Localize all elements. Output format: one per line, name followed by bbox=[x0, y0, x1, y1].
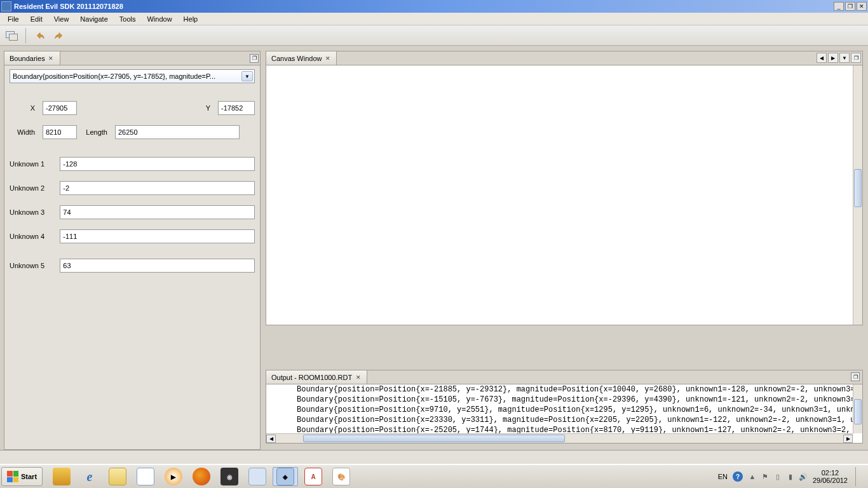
output-panel: Output - ROOM1000.RDT ✕ ❐ Boundary{posit… bbox=[266, 370, 863, 444]
menu-window[interactable]: Window bbox=[142, 14, 177, 24]
label-y: Y bbox=[185, 104, 213, 112]
canvas-area[interactable] bbox=[266, 65, 853, 325]
tab-output[interactable]: Output - ROOM1000.RDT ✕ bbox=[266, 370, 367, 384]
menu-file[interactable]: File bbox=[3, 14, 24, 24]
canvas-scrollbar-vertical[interactable] bbox=[853, 65, 862, 325]
taskbar-app-pdf[interactable]: A bbox=[301, 467, 326, 486]
label-unknown1: Unknown 1 bbox=[10, 160, 55, 168]
tab-canvas[interactable]: Canvas Window ✕ bbox=[266, 51, 337, 65]
taskbar: Start e ▶ ◉ ◈ A 🎨 EN ? ▲ ⚑ ▯ ▮ 🔊 02:12 2… bbox=[0, 464, 868, 488]
label-unknown2: Unknown 2 bbox=[10, 184, 55, 192]
boundary-selector-text: Boundary{position=Position{x=-27905, y=-… bbox=[13, 72, 238, 80]
tray-volume-icon[interactable]: 🔊 bbox=[799, 472, 808, 481]
scroll-right-button[interactable]: ▶ bbox=[843, 435, 853, 443]
tray-network-icon[interactable]: ▯ bbox=[773, 472, 782, 481]
main-area: Boundaries ✕ ❐ Boundary{position=Positio… bbox=[0, 46, 868, 450]
menu-help[interactable]: Help bbox=[179, 14, 203, 24]
titlebar: Resident Evil SDK 201112071828 _ ❐ ✕ bbox=[0, 0, 868, 13]
panel-maximize-icon[interactable]: ❐ bbox=[851, 53, 861, 63]
menu-tools[interactable]: Tools bbox=[114, 14, 141, 24]
canvas-tab-row: Canvas Window ✕ ◀ ▶ ▼ ❐ bbox=[266, 51, 862, 65]
label-unknown3: Unknown 3 bbox=[10, 208, 55, 216]
app-icon bbox=[1, 1, 11, 11]
statusbar bbox=[0, 450, 868, 464]
menu-view[interactable]: View bbox=[49, 14, 74, 24]
taskbar-app-steam[interactable]: ◉ bbox=[217, 467, 242, 486]
tray-expand-icon[interactable]: ▲ bbox=[748, 472, 757, 481]
label-unknown4: Unknown 4 bbox=[10, 233, 55, 240]
label-width: Width bbox=[10, 128, 37, 136]
tab-label: Canvas Window bbox=[271, 55, 322, 62]
menu-navigate[interactable]: Navigate bbox=[75, 14, 112, 24]
tray-flag-icon[interactable]: ⚑ bbox=[761, 472, 770, 481]
taskbar-app-explorer[interactable] bbox=[105, 467, 130, 486]
maximize-button[interactable]: ❐ bbox=[845, 2, 855, 11]
taskbar-app-ie[interactable]: e bbox=[77, 467, 102, 486]
taskbar-app-1[interactable] bbox=[49, 467, 74, 486]
output-scrollbar-vertical[interactable] bbox=[853, 384, 862, 433]
clock-date: 29/06/2012 bbox=[813, 477, 848, 484]
start-label: Start bbox=[21, 473, 37, 480]
input-unknown4[interactable] bbox=[60, 229, 255, 243]
input-x[interactable] bbox=[43, 101, 77, 115]
tab-boundaries[interactable]: Boundaries ✕ bbox=[4, 51, 60, 65]
taskbar-app-wmp[interactable]: ▶ bbox=[161, 467, 186, 486]
taskbar-app-paint[interactable]: 🎨 bbox=[329, 467, 354, 486]
menu-edit[interactable]: Edit bbox=[25, 14, 48, 24]
boundary-selector[interactable]: Boundary{position=Position{x=-27905, y=-… bbox=[10, 69, 255, 83]
clock-time: 02:12 bbox=[822, 469, 839, 477]
panel-maximize-icon[interactable]: ❐ bbox=[851, 372, 860, 381]
label-x: X bbox=[10, 104, 37, 112]
language-indicator[interactable]: EN bbox=[718, 473, 728, 480]
tab-close-icon[interactable]: ✕ bbox=[48, 55, 55, 62]
nav-prev-button[interactable]: ◀ bbox=[817, 53, 827, 63]
canvas-panel: Canvas Window ✕ ◀ ▶ ▼ ❐ bbox=[266, 51, 863, 325]
save-all-button[interactable] bbox=[4, 28, 19, 43]
input-unknown1[interactable] bbox=[60, 157, 255, 171]
boundaries-panel: Boundaries ✕ ❐ Boundary{position=Positio… bbox=[4, 51, 261, 450]
panel-tab-row: Boundaries ✕ ❐ bbox=[4, 51, 260, 65]
scroll-left-button[interactable]: ◀ bbox=[266, 435, 276, 443]
start-button[interactable]: Start bbox=[1, 467, 43, 486]
toolbar-separator bbox=[25, 28, 26, 43]
label-unknown5: Unknown 5 bbox=[10, 262, 55, 269]
undo-button[interactable] bbox=[32, 28, 48, 43]
redo-button[interactable] bbox=[51, 28, 67, 43]
output-scrollbar-horizontal[interactable]: ◀ ▶ bbox=[266, 433, 853, 443]
window-title: Resident Evil SDK 201112071828 bbox=[14, 3, 834, 10]
input-unknown2[interactable] bbox=[60, 181, 255, 195]
tray-signal-icon[interactable]: ▮ bbox=[786, 472, 795, 481]
output-tab-row: Output - ROOM1000.RDT ✕ ❐ bbox=[266, 370, 862, 384]
input-width[interactable] bbox=[43, 125, 77, 139]
minimize-button[interactable]: _ bbox=[834, 2, 844, 11]
windows-flag-icon bbox=[7, 471, 18, 482]
taskbar-app-generic1[interactable] bbox=[245, 467, 270, 486]
tab-label: Output - ROOM1000.RDT bbox=[271, 374, 352, 381]
taskbar-app-firefox[interactable] bbox=[189, 467, 214, 486]
show-desktop-button[interactable] bbox=[855, 467, 864, 486]
panel-maximize-icon[interactable]: ❐ bbox=[250, 54, 259, 63]
toolbar bbox=[0, 25, 868, 46]
clock[interactable]: 02:12 29/06/2012 bbox=[813, 469, 848, 484]
input-unknown5[interactable] bbox=[60, 259, 255, 273]
dropdown-arrow-icon[interactable]: ▼ bbox=[241, 71, 253, 81]
nav-dropdown-button[interactable]: ▼ bbox=[839, 53, 850, 63]
tab-label: Boundaries bbox=[10, 55, 45, 62]
input-length[interactable] bbox=[115, 125, 240, 139]
output-text[interactable]: Boundary{position=Position{x=-21885, y=-… bbox=[266, 384, 853, 433]
taskbar-app-notepad[interactable] bbox=[133, 467, 158, 486]
input-unknown3[interactable] bbox=[60, 205, 255, 219]
tab-close-icon[interactable]: ✕ bbox=[355, 374, 362, 381]
tab-close-icon[interactable]: ✕ bbox=[324, 55, 331, 62]
nav-next-button[interactable]: ▶ bbox=[828, 53, 838, 63]
label-length: Length bbox=[82, 128, 110, 136]
menubar: File Edit View Navigate Tools Window Hel… bbox=[0, 13, 868, 25]
help-icon[interactable]: ? bbox=[733, 471, 743, 482]
system-tray: EN ? ▲ ⚑ ▯ ▮ 🔊 02:12 29/06/2012 bbox=[718, 467, 867, 486]
taskbar-app-sdk[interactable]: ◈ bbox=[273, 467, 298, 486]
close-button[interactable]: ✕ bbox=[857, 2, 867, 11]
input-y[interactable] bbox=[218, 101, 255, 115]
